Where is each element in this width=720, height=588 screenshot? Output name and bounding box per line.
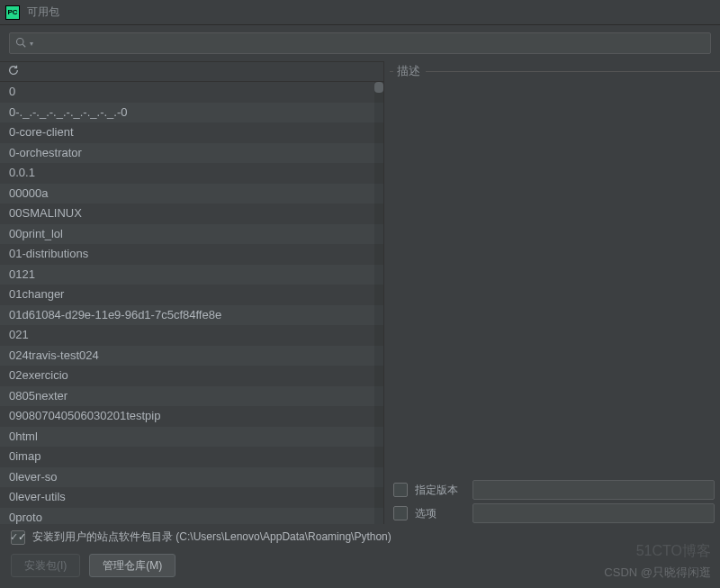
vertical-scrollbar[interactable] bbox=[374, 82, 383, 536]
search-dropdown-icon[interactable]: ▾ bbox=[30, 40, 33, 48]
description-header: 描述 bbox=[390, 63, 720, 79]
package-item[interactable]: 00000a bbox=[0, 184, 383, 204]
options-checkbox[interactable] bbox=[393, 506, 408, 520]
search-field-wrap[interactable]: ▾ bbox=[9, 32, 711, 54]
package-item[interactable]: 01-distributions bbox=[0, 244, 383, 265]
reload-bar bbox=[0, 62, 383, 82]
scrollbar-thumb[interactable] bbox=[374, 82, 383, 93]
package-item[interactable]: 0121 bbox=[0, 265, 383, 285]
package-item[interactable]: 0-._.-._.-._.-._.-._.-._.-0 bbox=[0, 103, 383, 123]
package-item[interactable]: 0 bbox=[0, 82, 383, 103]
package-item[interactable]: 0lever-utils bbox=[0, 487, 383, 508]
search-input[interactable] bbox=[39, 37, 705, 50]
package-item[interactable]: 02exercicio bbox=[0, 366, 383, 386]
specify-version-checkbox[interactable] bbox=[393, 483, 408, 497]
reload-icon[interactable] bbox=[7, 64, 20, 79]
button-row: 安装包(I) 管理仓库(M) bbox=[11, 554, 709, 577]
window-title: 可用包 bbox=[27, 5, 59, 20]
package-item[interactable]: 021 bbox=[0, 325, 383, 346]
package-list[interactable]: 00-._.-._.-._.-._.-._.-._.-00-core-clien… bbox=[0, 82, 383, 536]
package-item[interactable]: 00SMALINUX bbox=[0, 204, 383, 224]
package-item[interactable]: 0lever-so bbox=[0, 467, 383, 488]
description-label: 描述 bbox=[397, 63, 420, 79]
manage-repositories-button[interactable]: 管理仓库(M) bbox=[89, 554, 176, 577]
package-list-pane: 00-._.-._.-._.-._.-._.-._.-00-core-clien… bbox=[0, 61, 384, 536]
install-user-row: ✓ 安装到用户的站点软件包目录 (C:\Users\Lenovo\AppData… bbox=[11, 524, 709, 554]
package-item[interactable]: 01changer bbox=[0, 285, 383, 305]
package-item[interactable]: 0-core-client bbox=[0, 122, 383, 143]
package-item[interactable]: 0-orchestrator bbox=[0, 143, 383, 164]
package-item[interactable]: 0.0.1 bbox=[0, 163, 383, 184]
install-package-button[interactable]: 安装包(I) bbox=[11, 554, 80, 577]
package-item[interactable]: 00print_lol bbox=[0, 224, 383, 245]
package-item[interactable]: 0imap bbox=[0, 447, 383, 467]
svg-point-0 bbox=[17, 38, 24, 45]
search-icon bbox=[15, 37, 26, 50]
install-user-checkbox[interactable]: ✓ bbox=[11, 530, 25, 545]
install-user-label: 安装到用户的站点软件包目录 (C:\Users\Lenovo\AppData\R… bbox=[32, 529, 392, 545]
content-row: 00-._.-._.-._.-._.-._.-._.-00-core-clien… bbox=[0, 61, 720, 536]
specify-version-row: 指定版本 bbox=[393, 480, 715, 500]
package-item[interactable]: 0html bbox=[0, 427, 383, 448]
description-body bbox=[393, 79, 720, 471]
package-item[interactable]: 090807040506030201testpip bbox=[0, 406, 383, 427]
specify-version-input[interactable] bbox=[472, 480, 715, 500]
search-row: ▾ bbox=[0, 25, 720, 61]
options-row: 选项 bbox=[393, 503, 715, 523]
options-label: 选项 bbox=[415, 506, 472, 521]
footer: ✓ 安装到用户的站点软件包目录 (C:\Users\Lenovo\AppData… bbox=[0, 524, 720, 588]
description-pane: 描述 指定版本 选项 bbox=[384, 61, 720, 536]
package-item[interactable]: 024travis-test024 bbox=[0, 346, 383, 366]
title-bar: PC 可用包 bbox=[0, 0, 720, 25]
package-item[interactable]: 0805nexter bbox=[0, 386, 383, 407]
package-item[interactable]: 01d61084-d29e-11e9-96d1-7c5cf84ffe8e bbox=[0, 305, 383, 326]
svg-line-1 bbox=[22, 44, 25, 47]
options-input[interactable] bbox=[472, 503, 715, 523]
specify-version-label: 指定版本 bbox=[415, 483, 472, 498]
pycharm-icon: PC bbox=[5, 5, 20, 20]
